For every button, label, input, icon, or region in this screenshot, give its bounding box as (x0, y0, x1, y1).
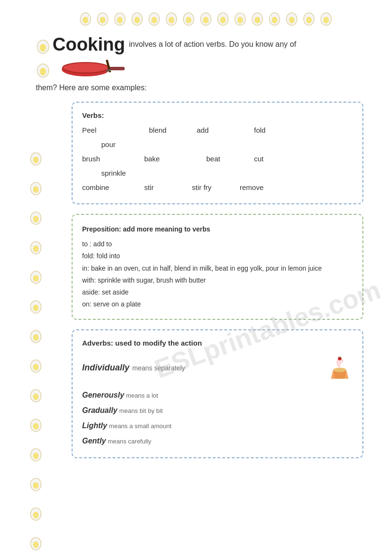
verb-remove: remove (240, 180, 273, 195)
prep-title-line: Preposition: add more meaning to verbs (82, 223, 353, 235)
page: ESLprintables.com Cooking involves a lot… (0, 0, 392, 558)
verb-beat: beat (206, 152, 240, 166)
egg-decoration (285, 10, 298, 26)
verbs-box: Verbs: Peel blend add fold pour brush ba… (72, 102, 363, 204)
adverb-gently-means: means carefully (108, 438, 151, 445)
egg-decoration (96, 10, 109, 26)
egg-decoration (302, 10, 316, 26)
verbs-row-2: pour (82, 137, 353, 152)
svg-point-59 (33, 423, 39, 430)
adverb-generously: Generously means a lot (82, 388, 353, 403)
adverb-generously-means: means a lot (126, 392, 158, 399)
svg-point-49 (33, 275, 39, 282)
verb-bake: bake (144, 152, 178, 166)
svg-point-76 (333, 368, 347, 372)
egg-decoration (319, 10, 333, 26)
svg-point-9 (151, 17, 157, 23)
prep-fold: fold: fold into (82, 250, 353, 262)
egg-left (29, 238, 42, 254)
adverbs-list: Generously means a lot Gradually means b… (82, 388, 353, 449)
adverbs-box: Adverbs: used to modify the action Indiv… (72, 329, 363, 458)
svg-point-41 (33, 157, 39, 163)
prep-aside: aside: set aside (82, 286, 353, 298)
egg-decoration (130, 10, 144, 26)
verb-sprinkle: sprinkle (101, 166, 135, 180)
svg-point-53 (33, 334, 39, 341)
top-egg-row (14, 10, 378, 26)
egg-decoration (199, 10, 212, 26)
cupcake-illustration (327, 355, 353, 381)
egg-left (29, 534, 42, 550)
verbs-row-3: brush bake beat cut (82, 152, 353, 166)
subtitle-text: them? Here are some examples: (36, 84, 378, 92)
svg-point-55 (33, 364, 39, 370)
pan-egg-icon (36, 61, 50, 78)
egg-decoration (165, 10, 178, 26)
svg-point-57 (33, 393, 39, 400)
egg-left (29, 357, 42, 373)
prep-to: to : add to (82, 238, 353, 250)
adverbs-box-title: Adverbs: used to modify the action (82, 339, 353, 347)
egg-left (29, 416, 42, 432)
pan-area (36, 57, 378, 81)
verbs-row-4: sprinkle (82, 166, 353, 180)
egg-left (29, 327, 42, 343)
verbs-box-title: Verbs: (82, 111, 353, 119)
preposition-box: Preposition: add more meaning to verbs t… (72, 214, 363, 320)
verbs-row-5: combine stir stir fry remove (82, 180, 353, 195)
svg-point-29 (323, 17, 329, 23)
egg-left (29, 386, 42, 402)
adverb-lightly-means: means a small amount (109, 422, 171, 430)
svg-point-23 (272, 17, 277, 23)
svg-point-67 (33, 541, 39, 548)
egg-decoration (268, 10, 281, 26)
adverb-gently: Gently means carefully (82, 433, 353, 449)
verb-add: add (197, 123, 230, 137)
svg-point-51 (33, 305, 39, 311)
adverb-gently-word: Gently (82, 437, 106, 445)
egg-decoration (113, 10, 127, 26)
adverb-individually-word: Individually (82, 363, 129, 373)
content-column: Verbs: Peel blend add fold pour brush ba… (72, 102, 363, 558)
svg-point-47 (33, 245, 39, 252)
egg-decoration (251, 10, 264, 26)
adverb-gradually-means: means bit by bit (119, 407, 163, 414)
title-area: Cooking involves a lot of action verbs. … (14, 34, 378, 55)
svg-point-43 (33, 186, 39, 193)
egg-left (29, 209, 42, 225)
prep-on: on: serve on a plate (82, 298, 353, 310)
svg-point-5 (117, 17, 123, 23)
adverb-gradually: Gradually means bit by bit (82, 403, 353, 418)
svg-point-3 (100, 17, 106, 23)
verb-blend: blend (149, 123, 182, 137)
svg-point-1 (83, 17, 88, 23)
verb-combine: combine (82, 180, 116, 195)
title-rest: involves a lot of action verbs. Do you k… (129, 34, 296, 50)
svg-point-33 (40, 68, 46, 75)
egg-left (29, 475, 42, 491)
svg-point-61 (33, 453, 39, 459)
egg-left (29, 297, 42, 314)
egg-decoration (79, 10, 92, 26)
egg-decoration (233, 10, 247, 26)
egg-left (29, 445, 42, 462)
verbs-grid: Peel blend add fold pour brush bake beat… (82, 123, 353, 195)
egg-left (29, 179, 42, 195)
verb-stirfry: stir fry (192, 180, 225, 195)
verbs-row-1: Peel blend add fold (82, 123, 353, 137)
verb-peel: Peel (82, 123, 116, 137)
adverb-gradually-word: Gradually (82, 406, 117, 414)
svg-point-27 (306, 17, 312, 23)
prep-content: Preposition: add more meaning to verbs t… (82, 223, 353, 310)
adverb-lightly: Lightly means a small amount (82, 418, 353, 433)
prep-in: in: bake in an oven, cut in half, blend … (82, 263, 353, 274)
svg-point-63 (33, 482, 39, 489)
egg-left (29, 268, 42, 284)
svg-point-15 (203, 17, 209, 23)
main-layout: Verbs: Peel blend add fold pour brush ba… (14, 102, 378, 558)
svg-point-19 (237, 17, 243, 23)
verb-fold: fold (254, 123, 287, 137)
egg-decoration (148, 10, 161, 26)
title-cooking: Cooking (53, 34, 125, 55)
svg-point-65 (33, 512, 39, 518)
